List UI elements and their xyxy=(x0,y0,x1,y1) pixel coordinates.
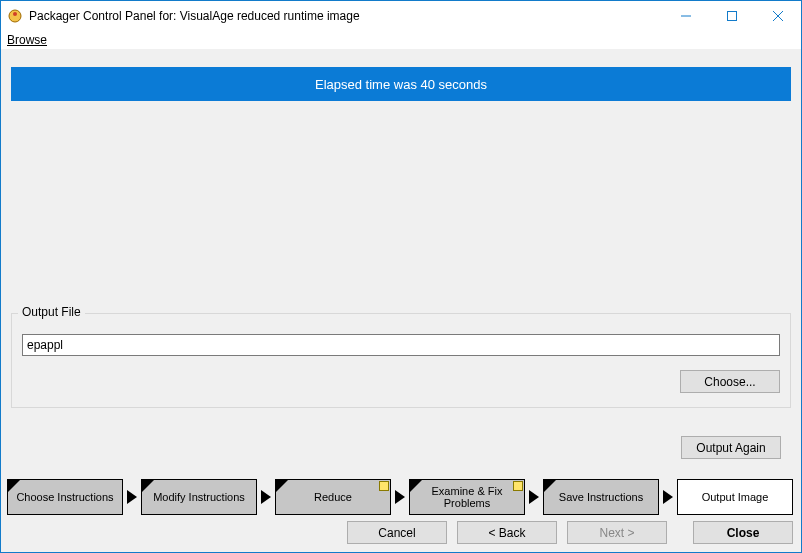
output-again-button[interactable]: Output Again xyxy=(681,436,781,459)
spacer xyxy=(11,111,791,313)
output-file-legend: Output File xyxy=(18,305,85,319)
status-text: Elapsed time was 40 seconds xyxy=(315,77,487,92)
output-file-group: Output File Choose... xyxy=(11,313,791,408)
choose-button[interactable]: Choose... xyxy=(680,370,780,393)
step-completed-marker xyxy=(8,480,20,492)
step-label: Choose Instructions xyxy=(16,491,113,503)
step-arrow-icon xyxy=(261,490,271,504)
cancel-button[interactable]: Cancel xyxy=(347,521,447,544)
wizard-step[interactable]: Choose Instructions xyxy=(7,479,123,515)
back-button[interactable]: < Back xyxy=(457,521,557,544)
wizard-step[interactable]: Output Image xyxy=(677,479,793,515)
step-arrow-icon xyxy=(395,490,405,504)
titlebar: Packager Control Panel for: VisualAge re… xyxy=(1,1,801,31)
step-label: Output Image xyxy=(702,491,769,503)
minimize-button[interactable] xyxy=(663,1,709,31)
output-file-input[interactable] xyxy=(22,334,780,356)
wizard-step[interactable]: Examine & Fix Problems xyxy=(409,479,525,515)
wizard-step[interactable]: Save Instructions xyxy=(543,479,659,515)
step-completed-marker xyxy=(410,480,422,492)
window-controls xyxy=(663,1,801,31)
step-label: Examine & Fix Problems xyxy=(416,485,518,509)
app-icon xyxy=(7,8,23,24)
step-completed-marker xyxy=(142,480,154,492)
step-arrow-icon xyxy=(127,490,137,504)
step-arrow-icon xyxy=(663,490,673,504)
menubar: Browse xyxy=(1,31,801,49)
wizard-step[interactable]: Modify Instructions xyxy=(141,479,257,515)
step-note-icon xyxy=(379,481,389,491)
menu-browse[interactable]: Browse xyxy=(5,33,49,47)
step-label: Reduce xyxy=(314,491,352,503)
window: Packager Control Panel for: VisualAge re… xyxy=(0,0,802,553)
client-area: Elapsed time was 40 seconds Output File … xyxy=(1,49,801,552)
step-arrow-icon xyxy=(529,490,539,504)
step-note-icon xyxy=(513,481,523,491)
window-title: Packager Control Panel for: VisualAge re… xyxy=(29,9,663,23)
next-button[interactable]: Next > xyxy=(567,521,667,544)
wizard-step[interactable]: Reduce xyxy=(275,479,391,515)
step-label: Modify Instructions xyxy=(153,491,245,503)
status-banner: Elapsed time was 40 seconds xyxy=(11,67,791,101)
step-label: Save Instructions xyxy=(559,491,643,503)
content-area: Elapsed time was 40 seconds Output File … xyxy=(11,59,791,465)
step-completed-marker xyxy=(544,480,556,492)
svg-point-1 xyxy=(13,12,17,16)
nav-buttons: Cancel < Back Next > Close xyxy=(1,517,801,552)
svg-rect-3 xyxy=(728,12,737,21)
close-button[interactable]: Close xyxy=(693,521,793,544)
close-window-button[interactable] xyxy=(755,1,801,31)
wizard-steps: Choose InstructionsModify InstructionsRe… xyxy=(1,475,801,517)
maximize-button[interactable] xyxy=(709,1,755,31)
step-completed-marker xyxy=(276,480,288,492)
